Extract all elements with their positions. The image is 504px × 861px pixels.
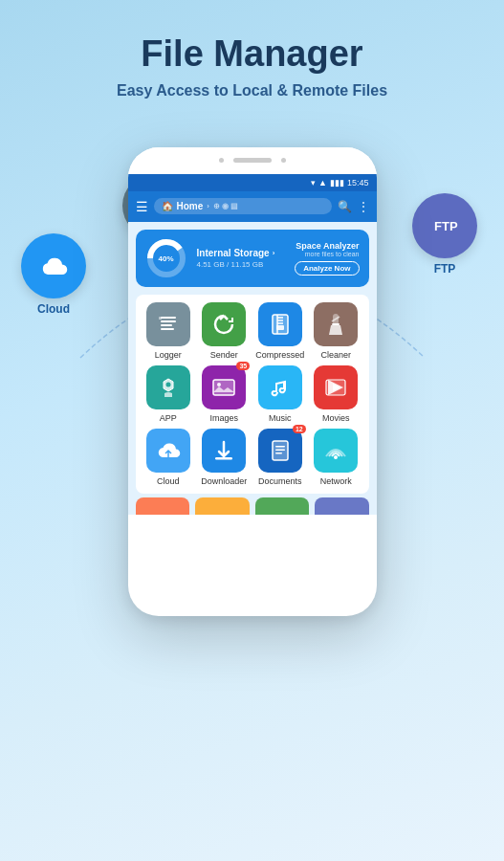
network-label: Network: [320, 476, 352, 486]
nav-bar: ☰ 🏠 Home › ⊕ ◉ ▤ 🔍 ⋮: [128, 191, 377, 222]
app-app[interactable]: APP: [143, 365, 194, 423]
app-downloader[interactable]: Downloader: [199, 429, 250, 486]
logger-icon: [146, 302, 190, 346]
svg-rect-22: [275, 446, 285, 448]
app-grid: Logger Sender: [136, 295, 369, 494]
svg-rect-23: [275, 449, 285, 451]
space-analyzer: Space Analyzer more files to clean Analy…: [295, 241, 359, 276]
hamburger-icon[interactable]: ☰: [136, 199, 148, 214]
phone-speaker: [233, 158, 272, 163]
svg-point-25: [334, 455, 338, 459]
svg-rect-8: [161, 320, 176, 322]
bottom-partial-row: [128, 497, 377, 515]
documents-badge: 12: [293, 425, 306, 433]
battery-icon: ▮▮▮: [330, 178, 344, 188]
wifi-icon: ▾: [311, 178, 316, 188]
nav-extra-icons: ⊕ ◉ ▤: [213, 202, 238, 210]
header-section: File Manager Easy Access to Local & Remo…: [0, 0, 504, 99]
analyze-now-button[interactable]: Analyze Now: [295, 261, 359, 276]
sub-title: Easy Access to Local & Remote Files: [0, 82, 504, 99]
app-cloud[interactable]: Cloud: [143, 429, 194, 486]
phone-dot-left: [219, 158, 224, 163]
phone-dot-right: [281, 158, 286, 163]
compressed-icon: [258, 302, 302, 346]
storage-percent: 40%: [158, 254, 173, 262]
svg-rect-9: [161, 324, 172, 326]
svg-point-18: [217, 383, 221, 386]
ftp-label: FTP: [434, 262, 456, 276]
music-label: Music: [269, 413, 292, 423]
home-icon: 🏠: [162, 201, 173, 211]
phone-frame: ▾ ▲ ▮▮▮ 15:45 ☰ 🏠 Home › ⊕ ◉ ▤ 🔍 ⋮: [128, 147, 377, 616]
status-bar: ▾ ▲ ▮▮▮ 15:45: [128, 174, 377, 191]
svg-rect-20: [215, 457, 232, 460]
breadcrumb-arrow: ›: [207, 202, 209, 210]
sender-icon: [202, 302, 246, 346]
float-ftp-icon: FTP FTP: [412, 193, 477, 276]
app-network[interactable]: Network: [311, 429, 362, 486]
downloader-icon: [202, 429, 246, 473]
svg-rect-7: [161, 317, 176, 319]
svg-text:FTP: FTP: [434, 219, 458, 233]
svg-rect-15: [332, 323, 340, 325]
app-icon: [146, 365, 190, 409]
svg-point-16: [165, 382, 170, 386]
sender-label: Sender: [210, 350, 238, 360]
bottom-item-1: [136, 497, 190, 515]
storage-donut-chart: 40%: [145, 237, 187, 279]
app-logger[interactable]: Logger: [143, 302, 194, 360]
svg-rect-13: [276, 325, 284, 330]
movies-icon: [314, 365, 358, 409]
main-title: File Manager: [0, 34, 504, 75]
downloader-label: Downloader: [201, 476, 247, 486]
svg-rect-24: [275, 453, 282, 454]
cleaner-label: Cleaner: [320, 350, 351, 360]
search-icon[interactable]: 🔍: [338, 200, 352, 213]
bottom-item-4: [315, 497, 369, 515]
app-movies[interactable]: Movies: [311, 365, 362, 423]
documents-label: Documents: [258, 476, 302, 486]
cloud2-label: Cloud: [157, 476, 180, 486]
music-icon: [258, 365, 302, 409]
storage-title: Internal Storage ›: [197, 248, 286, 258]
phone-top-bar: [128, 147, 377, 174]
app-row-2: APP 35 Images: [143, 365, 362, 423]
app-row-3: Cloud Downloader: [143, 429, 362, 486]
signal-icon: ▲: [318, 178, 327, 188]
phone-content: 40% Internal Storage › 4.51 GB / 11.15 G…: [128, 222, 377, 515]
status-time: 15:45: [347, 178, 369, 188]
app-cleaner[interactable]: Cleaner: [311, 302, 362, 360]
app-documents[interactable]: 12 Documents: [255, 429, 306, 486]
analyzer-title: Space Analyzer: [295, 241, 359, 251]
more-icon[interactable]: ⋮: [358, 200, 369, 213]
storage-info: Internal Storage › 4.51 GB / 11.15 GB: [197, 248, 286, 269]
analyzer-subtitle: more files to clean: [295, 251, 359, 257]
storage-size: 4.51 GB / 11.15 GB: [197, 260, 286, 269]
network-icon: [314, 429, 358, 473]
cloud-icon: [146, 429, 190, 473]
compressed-label: Compressed: [255, 350, 304, 360]
images-badge: 35: [236, 362, 250, 370]
app-images[interactable]: 35 Images: [199, 365, 250, 423]
images-label: Images: [209, 413, 238, 423]
svg-rect-10: [161, 328, 174, 330]
cloud-label: Cloud: [37, 302, 70, 316]
app-row-1: Logger Sender: [143, 302, 362, 360]
float-cloud-icon: Cloud: [21, 233, 86, 316]
bottom-item-3: [255, 497, 310, 515]
breadcrumb[interactable]: 🏠 Home › ⊕ ◉ ▤: [154, 198, 332, 214]
app-music[interactable]: Music: [255, 365, 306, 423]
bottom-item-2: [195, 497, 250, 515]
documents-icon: 12: [258, 429, 302, 473]
movies-label: Movies: [322, 413, 350, 423]
images-icon: 35: [202, 365, 246, 409]
logger-label: Logger: [155, 350, 182, 360]
app-compressed[interactable]: Compressed: [255, 302, 306, 360]
svg-rect-17: [213, 380, 234, 395]
svg-rect-11: [159, 317, 162, 320]
app-label: APP: [160, 413, 177, 423]
breadcrumb-label: Home: [177, 201, 204, 211]
cleaner-icon: [314, 302, 358, 346]
app-sender[interactable]: Sender: [199, 302, 250, 360]
storage-card: 40% Internal Storage › 4.51 GB / 11.15 G…: [136, 230, 369, 287]
